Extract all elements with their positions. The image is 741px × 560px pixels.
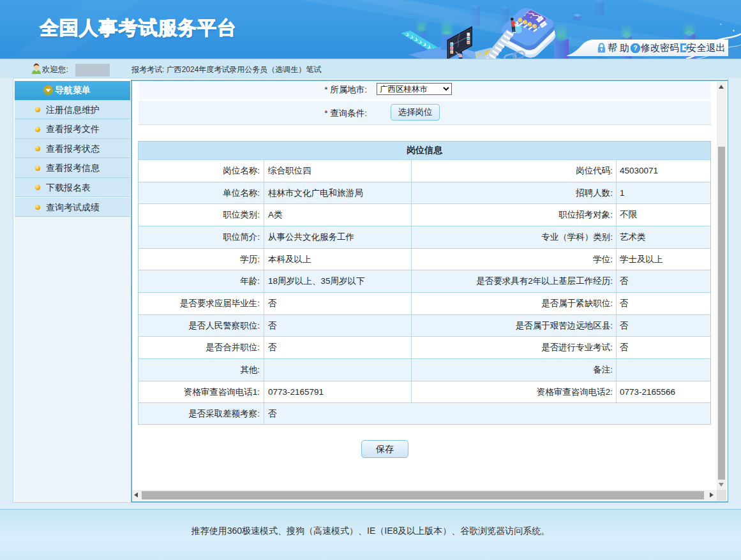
svg-text:?: ? xyxy=(633,44,637,52)
